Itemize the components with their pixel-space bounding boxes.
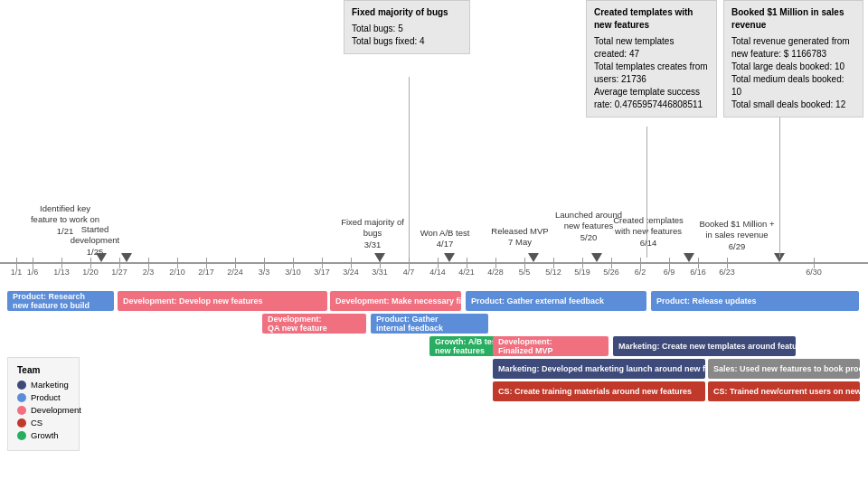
date-1-20: 1/20 (82, 268, 99, 277)
tick-1-1 (16, 258, 17, 268)
tick-3-17 (322, 258, 323, 268)
tick-6-30 (814, 258, 815, 268)
tick-5-26 (611, 258, 612, 268)
marker-ab (444, 253, 455, 262)
date-5-12: 5/12 (545, 268, 561, 277)
date-5-19: 5/19 (574, 268, 590, 277)
tooltip-sales-line2: Total large deals booked: 10 (731, 61, 855, 73)
marker-identified (96, 253, 107, 262)
date-3-24: 3/24 (343, 268, 359, 277)
tooltip-bugs-line1: Total bugs: 5 (352, 23, 462, 35)
connector-bugs (409, 77, 410, 258)
swimlane-product-external: Product: Gather external feedback (466, 291, 646, 311)
swimlane-product-gather: Product: Gatherinternal feedback (371, 314, 488, 334)
swimlane-product-research: Product: Researchnew feature to build (7, 291, 114, 311)
tooltip-bugs: Fixed majority of bugs Total bugs: 5 Tot… (344, 0, 470, 54)
tick-6-23 (727, 258, 728, 268)
legend-dot-cs (17, 418, 26, 428)
tooltip-bugs-line2: Total bugs fixed: 4 (352, 35, 462, 48)
legend-dot-marketing (17, 381, 26, 390)
legend-item-marketing: Marketing (17, 380, 70, 390)
date-2-3: 2/3 (143, 268, 155, 277)
timeline-container: Fixed majority of bugs Total bugs: 5 Tot… (0, 0, 868, 489)
swimlane-cs-training: CS: Create training materials around new… (493, 381, 705, 401)
event-label-templates: Created templateswith new features6/14 (608, 215, 689, 249)
swimlane-mkt-templates: Marketing: Create new templates around f… (613, 336, 796, 356)
marker-mvp (528, 253, 539, 262)
marker-bugs (374, 253, 385, 262)
tick-2-3 (148, 258, 149, 268)
tooltip-templates-title: Created templates with new features (594, 6, 709, 32)
date-4-14: 4/14 (429, 268, 446, 277)
legend-item-growth: Growth (17, 430, 70, 440)
marker-templates (684, 253, 694, 262)
date-3-31: 3/31 (372, 268, 388, 277)
date-1-27: 1/27 (111, 268, 127, 277)
legend-label-cs: CS (31, 418, 42, 428)
date-1-1: 1/1 (11, 268, 23, 277)
date-6-30: 6/30 (806, 268, 822, 277)
tick-1-27 (119, 258, 120, 268)
swimlane-dev-mvp: Development:Finalized MVP (493, 336, 609, 356)
tick-3-24 (351, 258, 352, 268)
tick-5-19 (582, 258, 583, 268)
date-4-7: 4/7 (403, 268, 415, 277)
date-4-21: 4/21 (458, 268, 475, 277)
swimlane-product-release: Product: Release updates (651, 291, 859, 311)
legend-item-product: Product (17, 392, 70, 402)
legend-item-development: Development (17, 405, 70, 415)
tick-2-17 (206, 258, 207, 268)
date-6-23: 6/23 (719, 268, 735, 277)
event-label-started: Starteddevelopment1/25 (63, 224, 127, 258)
legend-item-cs: CS (17, 418, 70, 428)
date-labels: 1/1 1/6 1/13 1/20 1/27 2/3 2/10 2/17 2/2… (0, 268, 868, 282)
date-3-17: 3/17 (314, 268, 330, 277)
date-2-17: 2/17 (198, 268, 214, 277)
tick-5-12 (553, 258, 554, 268)
legend-title: Team (17, 365, 70, 375)
legend-dot-product (17, 393, 26, 402)
legend-label-growth: Growth (31, 430, 59, 440)
tick-2-10 (177, 258, 178, 268)
tick-6-2 (640, 258, 641, 268)
tick-4-14 (438, 258, 439, 268)
date-2-24: 2/24 (227, 268, 243, 277)
date-6-9: 6/9 (664, 268, 675, 277)
date-2-10: 2/10 (169, 268, 185, 277)
date-1-13: 1/13 (53, 268, 70, 277)
date-5-5: 5/5 (519, 268, 531, 277)
legend-label-development: Development (31, 405, 81, 415)
tick-3-3 (264, 258, 265, 268)
date-5-26: 5/26 (603, 268, 619, 277)
tick-3-10 (293, 258, 294, 268)
tooltip-sales: Booked $1 Million in sales revenue Total… (723, 0, 863, 118)
tick-4-28 (495, 258, 496, 268)
tick-6-16 (698, 258, 699, 268)
tick-1-13 (61, 258, 62, 268)
tooltip-sales-title: Booked $1 Million in sales revenue (731, 6, 855, 32)
marker-started (121, 253, 132, 262)
legend-label-marketing: Marketing (31, 380, 69, 390)
timeline-axis (0, 262, 868, 264)
tooltip-sales-line4: Total small deals booked: 12 (731, 99, 855, 111)
event-label-ab: Won A/B test4/17 (413, 228, 476, 250)
tick-2-24 (235, 258, 236, 268)
tick-4-7 (409, 258, 410, 268)
marker-launched (591, 253, 602, 262)
date-3-3: 3/3 (259, 268, 270, 277)
legend-label-product: Product (31, 392, 61, 402)
tooltip-templates: Created templates with new features Tota… (586, 0, 717, 118)
tick-1-20 (90, 258, 91, 268)
event-label-mvp: Released MVP7 May (488, 226, 552, 249)
date-3-10: 3/10 (285, 268, 301, 277)
connector-sales (779, 118, 780, 258)
tick-1-6 (33, 258, 33, 268)
swimlane-cs-trained: CS: Trained new/current users on new fea… (708, 381, 860, 401)
swimlane-dev-develop: Development: Develop new features (118, 291, 327, 311)
swimlane-sales-book: Sales: Used new features to book product… (708, 359, 860, 379)
date-4-28: 4/28 (487, 268, 504, 277)
tooltip-templates-line1: Total new templates created: 47 (594, 35, 709, 61)
tooltip-templates-line3: Average template success rate: 0.4765957… (594, 86, 709, 111)
event-label-bugs: Fixed majority ofbugs3/31 (336, 217, 409, 250)
legend-dot-growth (17, 431, 26, 440)
